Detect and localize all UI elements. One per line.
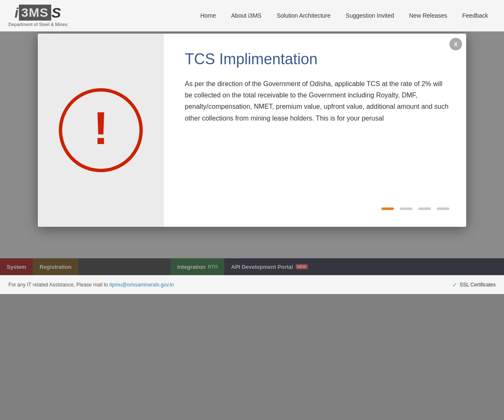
dot-2[interactable] xyxy=(400,207,412,210)
modal-overlay: ! TCS Implimentation As per the directio… xyxy=(0,32,504,275)
modal-pagination-dots xyxy=(185,207,449,210)
modal-dialog: ! TCS Implimentation As per the directio… xyxy=(38,34,466,227)
footer-email-link[interactable]: itpmu@orissaminerals.gov.in xyxy=(110,282,174,288)
page-background xyxy=(0,294,504,420)
warning-circle-icon: ! xyxy=(59,88,143,172)
logo-brand: i 3MS S xyxy=(14,5,61,21)
logo-3ms: 3MS xyxy=(19,5,51,21)
logo-i: i xyxy=(14,5,18,21)
logo-area: i 3MS S Department of Steel & Mines xyxy=(8,5,68,27)
modal-close-button[interactable]: X xyxy=(449,38,462,50)
nav-solution-architecture[interactable]: Solution Architecture xyxy=(269,0,338,32)
site-header: i 3MS S Department of Steel & Mines Home… xyxy=(0,0,504,32)
assistance-text: For any IT related Assistance, Please ma… xyxy=(8,282,110,288)
modal-title: TCS Implimentation xyxy=(185,50,449,68)
dot-1[interactable] xyxy=(381,207,394,210)
dot-3[interactable] xyxy=(418,207,431,210)
logo-s: S xyxy=(52,5,62,21)
nav-feedback[interactable]: Feedback xyxy=(455,0,496,32)
footer-assistance: For any IT related Assistance, Please ma… xyxy=(8,282,174,288)
nav-new-releases[interactable]: New Releases xyxy=(402,0,454,32)
site-footer: For any IT related Assistance, Please ma… xyxy=(0,275,504,294)
logo-subtitle: Department of Steel & Mines xyxy=(8,22,68,27)
modal-left-panel: ! xyxy=(38,34,164,227)
nav-home[interactable]: Home xyxy=(193,0,223,32)
nav-about[interactable]: About i3MS xyxy=(223,0,269,32)
ssl-label: SSL Certificates xyxy=(459,282,496,288)
background-content: System Registration Integration RTO API … xyxy=(0,32,504,275)
exclamation-icon: ! xyxy=(93,105,109,151)
ssl-check-icon: ✓ xyxy=(452,281,457,288)
footer-ssl: ✓ SSL Certificates xyxy=(452,281,496,288)
dot-4[interactable] xyxy=(437,207,449,210)
modal-right-panel: TCS Implimentation As per the direction … xyxy=(164,34,466,227)
modal-body-text: As per the direction of the Government o… xyxy=(185,78,449,124)
main-nav: Home About i3MS Solution Architecture Su… xyxy=(193,0,496,32)
nav-suggestion-invited[interactable]: Suggestion Invited xyxy=(338,0,402,32)
